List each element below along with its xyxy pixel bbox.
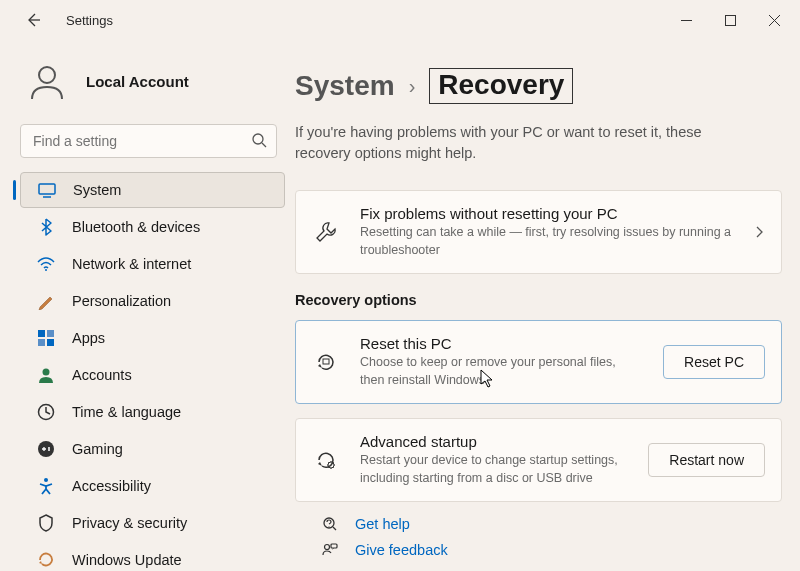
chevron-right-icon: › <box>409 75 416 98</box>
svg-rect-21 <box>331 544 337 548</box>
svg-point-7 <box>45 269 47 271</box>
sidebar-item-system[interactable]: System <box>20 172 285 208</box>
reset-title: Reset this PC <box>360 335 643 352</box>
back-button[interactable] <box>22 9 44 31</box>
gaming-icon <box>36 439 56 459</box>
system-icon <box>37 180 57 200</box>
svg-rect-11 <box>47 339 54 346</box>
sidebar: Local Account System Bluetooth & devices… <box>0 40 295 571</box>
apps-icon <box>36 328 56 348</box>
fix-desc: Resetting can take a while — first, try … <box>360 224 733 259</box>
search-box[interactable] <box>20 124 277 158</box>
svg-point-12 <box>43 369 50 376</box>
sidebar-item-accounts[interactable]: Accounts <box>20 357 285 393</box>
chevron-right-icon <box>753 226 765 238</box>
reset-pc-card: Reset this PC Choose to keep or remove y… <box>295 320 782 404</box>
get-help-label: Get help <box>355 516 410 532</box>
bluetooth-icon <box>36 217 56 237</box>
windows-update-icon <box>36 550 56 570</box>
personalization-icon <box>36 291 56 311</box>
accounts-icon <box>36 365 56 385</box>
help-icon <box>321 516 339 532</box>
sidebar-item-label: Network & internet <box>72 256 191 272</box>
sidebar-item-windows-update[interactable]: Windows Update <box>20 542 285 571</box>
sidebar-item-bluetooth[interactable]: Bluetooth & devices <box>20 209 285 245</box>
svg-rect-1 <box>725 15 735 25</box>
window-title: Settings <box>66 13 113 28</box>
search-input[interactable] <box>20 124 277 158</box>
svg-line-19 <box>333 527 336 530</box>
sidebar-item-label: System <box>73 182 121 198</box>
sidebar-item-label: Bluetooth & devices <box>72 219 200 235</box>
titlebar: Settings <box>0 0 800 40</box>
network-icon <box>36 254 56 274</box>
fix-problems-card[interactable]: Fix problems without resetting your PC R… <box>295 190 782 274</box>
footer-links: Get help Give feedback <box>295 516 782 558</box>
svg-point-3 <box>253 134 263 144</box>
advanced-startup-icon <box>312 449 340 471</box>
svg-rect-10 <box>38 339 45 346</box>
sidebar-item-label: Accessibility <box>72 478 151 494</box>
advanced-startup-card: Advanced startup Restart your device to … <box>295 418 782 502</box>
sidebar-item-label: Time & language <box>72 404 181 420</box>
breadcrumb: System › Recovery <box>295 68 782 104</box>
sidebar-item-apps[interactable]: Apps <box>20 320 285 356</box>
account-name: Local Account <box>86 73 189 90</box>
main-content: System › Recovery If you're having probl… <box>295 40 800 571</box>
sidebar-item-gaming[interactable]: Gaming <box>20 431 285 467</box>
privacy-icon <box>36 513 56 533</box>
fix-title: Fix problems without resetting your PC <box>360 205 733 222</box>
give-feedback-label: Give feedback <box>355 542 448 558</box>
sidebar-item-label: Windows Update <box>72 552 182 568</box>
restart-now-button[interactable]: Restart now <box>648 443 765 477</box>
breadcrumb-current: Recovery <box>429 68 573 104</box>
reset-icon <box>312 351 340 373</box>
sidebar-item-network[interactable]: Network & internet <box>20 246 285 282</box>
recovery-options-label: Recovery options <box>295 292 782 308</box>
give-feedback-link[interactable]: Give feedback <box>321 542 782 558</box>
advanced-desc: Restart your device to change startup se… <box>360 452 628 487</box>
sidebar-item-personalization[interactable]: Personalization <box>20 283 285 319</box>
accessibility-icon <box>36 476 56 496</box>
sidebar-item-label: Apps <box>72 330 105 346</box>
svg-rect-9 <box>47 330 54 337</box>
sidebar-item-label: Gaming <box>72 441 123 457</box>
reset-pc-button[interactable]: Reset PC <box>663 345 765 379</box>
breadcrumb-parent[interactable]: System <box>295 70 395 102</box>
sidebar-item-privacy[interactable]: Privacy & security <box>20 505 285 541</box>
sidebar-item-label: Personalization <box>72 293 171 309</box>
sidebar-item-label: Accounts <box>72 367 132 383</box>
get-help-link[interactable]: Get help <box>321 516 782 532</box>
intro-text: If you're having problems with your PC o… <box>295 122 705 164</box>
feedback-icon <box>321 542 339 558</box>
sidebar-item-label: Privacy & security <box>72 515 187 531</box>
svg-point-15 <box>44 478 48 482</box>
account-header[interactable]: Local Account <box>20 50 285 124</box>
svg-rect-16 <box>323 359 329 364</box>
svg-rect-5 <box>39 184 55 194</box>
advanced-title: Advanced startup <box>360 433 628 450</box>
reset-desc: Choose to keep or remove your personal f… <box>360 354 643 389</box>
time-language-icon <box>36 402 56 422</box>
maximize-button[interactable] <box>708 5 752 35</box>
avatar-icon <box>26 60 68 102</box>
svg-point-20 <box>325 545 330 550</box>
svg-point-2 <box>39 67 55 83</box>
sidebar-item-accessibility[interactable]: Accessibility <box>20 468 285 504</box>
close-button[interactable] <box>752 5 796 35</box>
nav-list: System Bluetooth & devices Network & int… <box>20 172 285 571</box>
sidebar-item-time-language[interactable]: Time & language <box>20 394 285 430</box>
search-icon <box>251 132 267 148</box>
wrench-icon <box>312 221 340 243</box>
svg-rect-8 <box>38 330 45 337</box>
svg-line-4 <box>262 143 266 147</box>
minimize-button[interactable] <box>664 5 708 35</box>
